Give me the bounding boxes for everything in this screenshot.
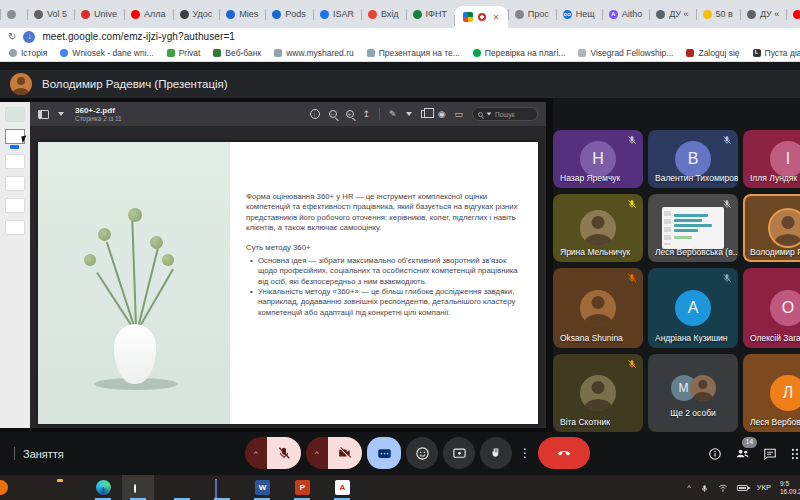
participant-name: Андріана Кузишин — [655, 333, 728, 343]
bookmark-item[interactable]: Презентация на те... — [367, 48, 460, 58]
bookmark-item[interactable]: L Пуста діаграма: Luc... — [753, 48, 800, 58]
participant-tile[interactable]: О Олексій Загай... — [743, 268, 800, 348]
browser-tab[interactable]: ISAR — [313, 0, 361, 28]
bookmark-item[interactable]: Visegrad Fellowship... — [578, 48, 673, 58]
pdf-thumbnail[interactable] — [6, 199, 24, 212]
bookmark-label: www.myshared.ru — [286, 48, 354, 58]
edge-browser-icon[interactable] — [96, 480, 111, 495]
download-icon[interactable]: ↓ — [310, 109, 320, 119]
mic-options-chevron[interactable]: ^ — [245, 437, 267, 469]
acrobat-icon[interactable]: A — [335, 480, 350, 495]
bookmark-item[interactable]: Перевірка на плагі... — [473, 48, 566, 58]
participant-tile[interactable]: Володимир Ра... — [743, 194, 800, 262]
mic-muted-button[interactable] — [267, 437, 301, 469]
end-call-button[interactable] — [538, 437, 590, 469]
participant-tile[interactable]: В Валентин Тихомиров — [648, 130, 738, 188]
crop-icon[interactable]: ▭ — [454, 110, 463, 119]
browser-tab[interactable]: Pods — [265, 0, 313, 28]
camera-off-button[interactable] — [328, 437, 362, 469]
pdf-search-input[interactable]: Пошук — [472, 107, 538, 121]
draw-pen-icon[interactable]: ✎ — [389, 110, 397, 119]
sidebar-toggle-icon[interactable] — [38, 110, 49, 119]
participant-tile[interactable]: Леся Вербовська (в... — [648, 194, 738, 262]
people-icon[interactable]: 14 — [735, 446, 750, 461]
avatar-initial: А — [675, 290, 711, 326]
close-tab-icon[interactable]: × — [493, 12, 499, 23]
browser-tab[interactable]: oo Нещ — [556, 0, 602, 28]
pdf-thumbnail[interactable] — [6, 155, 24, 168]
browser-tab[interactable]: Unive — [74, 0, 124, 28]
battery-icon[interactable] — [737, 485, 748, 491]
word-icon[interactable]: W — [255, 480, 270, 495]
pdf-toolbar: 360+-2.pdf Сторінка 2 із 11 ↓ − + ↥ ✎ ◉ … — [30, 102, 546, 126]
reactions-button[interactable] — [406, 437, 438, 469]
bookmark-item[interactable]: Zaloguj się — [686, 48, 739, 58]
captions-button[interactable] — [367, 437, 401, 469]
taskbar-cut-icon[interactable] — [0, 480, 8, 495]
open-in-window-icon[interactable] — [421, 110, 429, 118]
present-screen-button[interactable] — [443, 437, 475, 469]
browser-tab[interactable] — [0, 0, 27, 28]
zoom-out-icon[interactable]: − — [329, 110, 337, 118]
camera-options-chevron[interactable]: ^ — [306, 437, 328, 469]
zoom-in-icon[interactable]: + — [346, 110, 354, 118]
meeting-info-icon[interactable] — [708, 447, 722, 461]
browser-tab[interactable]: Вхід — [361, 0, 406, 28]
pdf-thumbnail[interactable] — [6, 108, 24, 121]
bookmark-item[interactable]: Веб-банк — [213, 48, 261, 58]
audio-device-icon[interactable] — [700, 479, 709, 497]
participant-tile[interactable]: Oksana Shunina — [553, 268, 643, 348]
bookmark-item[interactable]: Історія — [9, 48, 47, 58]
powerpoint-icon[interactable]: P — [295, 480, 310, 495]
browser-tab[interactable]: ІФНТ — [406, 0, 454, 28]
tab-favicon — [81, 10, 90, 19]
browser-tab[interactable]: ДУ « — [740, 0, 786, 28]
participant-tile[interactable]: Ярина Мельничук — [553, 194, 643, 262]
reload-icon[interactable]: ↻ — [8, 31, 16, 42]
share-icon[interactable]: ↥ — [363, 110, 371, 119]
pen-dropdown-icon[interactable] — [406, 112, 412, 116]
tab-favicon — [131, 10, 140, 19]
participant-tile[interactable]: Віта Скотник — [553, 354, 643, 432]
language-indicator[interactable]: УКР — [757, 483, 771, 492]
site-info-icon[interactable]: ↓ — [23, 31, 35, 43]
save-app-icon[interactable] — [215, 479, 217, 498]
browser-tab[interactable]: ДУ « — [649, 0, 695, 28]
bookmark-item[interactable]: Privat — [167, 48, 201, 58]
browser-tab[interactable]: Удос — [173, 0, 220, 28]
bookmark-label: Zaloguj się — [698, 48, 739, 58]
raise-hand-button[interactable] — [480, 437, 512, 469]
sidebar-chevron-icon[interactable] — [58, 112, 64, 116]
participant-tile[interactable]: Л Леся Вербовс... — [743, 354, 800, 432]
browser-tab[interactable]: Алла — [124, 0, 173, 28]
browser-tab[interactable]: YouT — [786, 0, 800, 28]
participant-tile[interactable]: І Ілля Лундяк — [743, 130, 800, 188]
tab-favicon — [226, 10, 235, 19]
pdf-thumbnail-selected[interactable] — [6, 130, 24, 143]
read-aloud-icon[interactable]: ◉ — [438, 110, 446, 119]
clock[interactable]: 9:5 16.09.2 — [780, 480, 800, 495]
browser-tab[interactable]: 50 в — [696, 0, 740, 28]
avatar-initial: Л — [770, 375, 800, 411]
bookmark-label: Історія — [21, 48, 47, 58]
pdf-thumbnail[interactable] — [6, 221, 24, 234]
mic-off-icon — [627, 199, 637, 209]
bookmark-item[interactable]: www.myshared.ru — [274, 48, 354, 58]
browser-tab[interactable]: A Aitho — [602, 0, 650, 28]
pdf-thumbnail[interactable] — [6, 177, 24, 190]
activities-grid-icon[interactable] — [790, 447, 800, 461]
participant-tile[interactable]: Н Назар Яремчук — [553, 130, 643, 188]
browser-tab[interactable]: Прос — [508, 0, 556, 28]
network-icon[interactable] — [718, 479, 728, 497]
more-options-button[interactable]: ⋮ — [517, 437, 533, 469]
active-tab-meet[interactable]: × — [454, 6, 508, 28]
participant-tile[interactable]: М Ще 2 особи — [648, 354, 738, 432]
browser-tab[interactable]: Vol 5 — [27, 0, 74, 28]
participant-tile[interactable]: А Андріана Кузишин — [648, 268, 738, 348]
browser-tab[interactable]: Mies — [219, 0, 265, 28]
chat-icon[interactable] — [763, 447, 777, 461]
tray-chevron-icon[interactable]: ^ — [687, 483, 691, 492]
meet-control-bar: Заняття ^ ^ — [0, 432, 800, 475]
url-text[interactable]: meet.google.com/emz-ijzi-ygh?authuser=1 — [42, 31, 235, 42]
bookmark-item[interactable]: Wniosek - dane wni... — [60, 48, 153, 58]
